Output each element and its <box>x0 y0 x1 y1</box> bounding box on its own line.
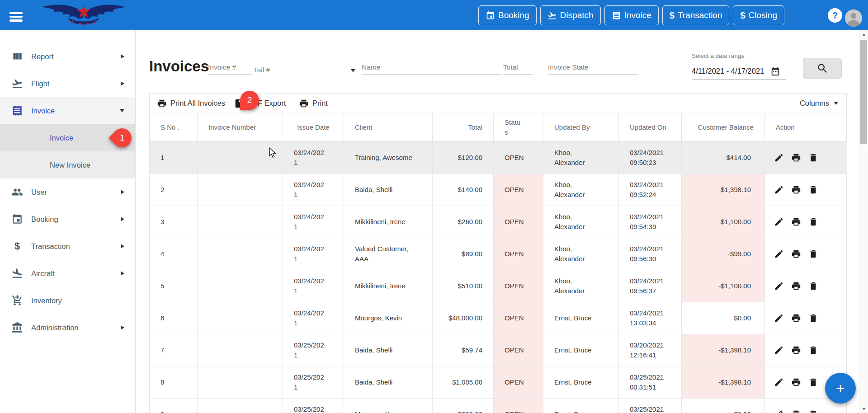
scroll-up-arrow-icon[interactable]: ▲ <box>859 30 868 38</box>
cell-actions <box>764 270 847 302</box>
edit-invoice-button[interactable] <box>774 409 784 413</box>
edit-invoice-button[interactable] <box>774 345 784 355</box>
cell-total: $510.00 <box>432 270 493 302</box>
delete-invoice-button[interactable] <box>808 281 818 291</box>
delete-invoice-button[interactable] <box>808 185 818 195</box>
tail-number-filter-select[interactable]: Tail # <box>254 66 357 78</box>
edit-invoice-button[interactable] <box>774 281 784 291</box>
cell-issue-date: 03/24/2021 <box>283 302 344 334</box>
hamburger-menu-icon[interactable] <box>9 12 23 22</box>
cell-updated-on: 03/25/2021 00:31:51 <box>618 366 681 398</box>
cell-status: OPEN <box>493 334 543 366</box>
cell-status: OPEN <box>493 141 543 174</box>
cell-total: $89.00 <box>432 238 493 270</box>
sidebar-item-transaction[interactable]: $Transaction <box>0 233 135 260</box>
print-invoice-button[interactable] <box>791 409 801 413</box>
print-button[interactable]: Print <box>299 99 328 108</box>
nav-label: Booking <box>498 10 529 20</box>
invoice-number-filter-input[interactable] <box>208 63 252 75</box>
edit-invoice-button[interactable] <box>774 153 784 163</box>
help-icon[interactable]: ? <box>828 8 842 23</box>
cell-invoice-number <box>197 399 283 413</box>
sidebar-item-report[interactable]: Report <box>0 43 135 70</box>
scroll-down-arrow-icon[interactable]: ▼ <box>859 405 868 413</box>
cell-invoice-number <box>197 141 283 174</box>
cell-updated-by: Khoo, Alexander <box>543 141 618 174</box>
sidebar-item-label: Transaction <box>31 242 70 251</box>
bank-icon <box>11 322 23 333</box>
print-invoice-button[interactable] <box>791 217 801 227</box>
add-invoice-fab[interactable]: + <box>825 373 856 404</box>
print-invoice-button[interactable] <box>791 313 801 323</box>
print-invoice-button[interactable] <box>791 185 801 195</box>
column-header-s-no: S.No . <box>150 113 197 141</box>
edit-invoice-button[interactable] <box>774 313 784 323</box>
delete-icon <box>808 249 818 259</box>
print-invoice-button[interactable] <box>791 249 801 259</box>
svg-text:★: ★ <box>78 21 82 26</box>
nav-label: Invoice <box>624 10 651 20</box>
edit-invoice-button[interactable] <box>774 217 784 227</box>
sidebar-item-administration[interactable]: Administration <box>0 314 135 341</box>
nav-booking-button[interactable]: Booking <box>478 5 537 25</box>
sidebar-subitem-new-invoice[interactable]: New Invoice <box>0 151 135 178</box>
cell-issue-date: 03/25/2021 <box>283 399 344 413</box>
print-invoice-button[interactable] <box>791 281 801 291</box>
cell-client: Mikkilineni, Irene <box>344 270 432 302</box>
invoice-state-filter-input[interactable] <box>548 63 638 75</box>
cell-client: Mourgos, Kevin <box>344 302 432 334</box>
delete-invoice-button[interactable] <box>808 153 818 163</box>
delete-invoice-button[interactable] <box>808 345 818 355</box>
sidebar-item-inventory[interactable]: Inventory <box>0 287 135 314</box>
delete-invoice-button[interactable] <box>808 313 818 323</box>
plane-takeoff-icon <box>11 78 23 89</box>
nav-dispatch-button[interactable]: Dispatch <box>540 5 601 25</box>
total-filter-input[interactable] <box>503 63 533 75</box>
delete-invoice-button[interactable] <box>808 249 818 259</box>
cell-status: OPEN <box>493 399 543 413</box>
delete-invoice-button[interactable] <box>808 217 818 227</box>
sidebar-item-aircraft[interactable]: Aircraft <box>0 260 135 287</box>
print-invoice-button[interactable] <box>791 377 801 387</box>
column-header-invoice-number: Invoice Number <box>197 113 283 141</box>
delete-invoice-button[interactable] <box>808 377 818 387</box>
sidebar-item-user[interactable]: User <box>0 178 135 206</box>
cell-updated-on: 03/20/2021 12:16:41 <box>618 334 681 366</box>
column-header-updated-by: Updated By <box>543 113 618 141</box>
cell-client: Valued Customer, AAA <box>344 238 432 270</box>
nav-invoice-button[interactable]: Invoice <box>604 5 659 25</box>
edit-invoice-button[interactable] <box>774 377 784 387</box>
sidebar-item-invoice[interactable]: Invoice <box>0 97 135 124</box>
print-icon <box>299 99 309 108</box>
nav-closing-button[interactable]: $Closing <box>733 5 784 25</box>
print-icon <box>791 377 801 387</box>
cell-sno: 3 <box>150 206 197 238</box>
print-all-invoices-button[interactable]: Print All Invoices <box>157 99 225 108</box>
name-filter-input[interactable] <box>362 63 501 75</box>
print-invoice-button[interactable] <box>791 153 801 163</box>
sidebar-item-label: Booking <box>31 215 58 224</box>
print-icon <box>791 249 801 259</box>
column-header-status: Status <box>493 113 543 141</box>
user-avatar[interactable] <box>845 9 862 27</box>
edit-invoice-button[interactable] <box>774 249 784 259</box>
delete-invoice-button[interactable] <box>808 409 818 413</box>
print-icon <box>157 99 167 108</box>
print-invoice-button[interactable] <box>791 345 801 355</box>
sidebar-subitem-invoice[interactable]: Invoice1 <box>0 124 135 151</box>
nav-transaction-button[interactable]: $Transaction <box>662 5 730 25</box>
print-icon <box>791 313 801 323</box>
cell-client: Mourgos, Kevin <box>344 399 432 413</box>
delete-icon <box>808 217 818 227</box>
cell-actions <box>764 334 847 366</box>
sidebar-item-flight[interactable]: Flight <box>0 70 135 97</box>
search-button[interactable] <box>803 58 842 79</box>
sidebar-item-label: Aircraft <box>31 269 55 278</box>
columns-menu-button[interactable]: Columns <box>800 94 838 113</box>
edit-icon <box>774 185 784 195</box>
sidebar-item-booking[interactable]: Booking <box>0 206 135 233</box>
scrollbar-thumb[interactable] <box>860 40 867 144</box>
sidebar: ReportFlightInvoiceInvoice1New InvoiceUs… <box>0 30 136 413</box>
edit-invoice-button[interactable] <box>774 185 784 195</box>
date-range-picker[interactable]: 4/11/2021 - 4/17/2021 <box>692 63 786 80</box>
